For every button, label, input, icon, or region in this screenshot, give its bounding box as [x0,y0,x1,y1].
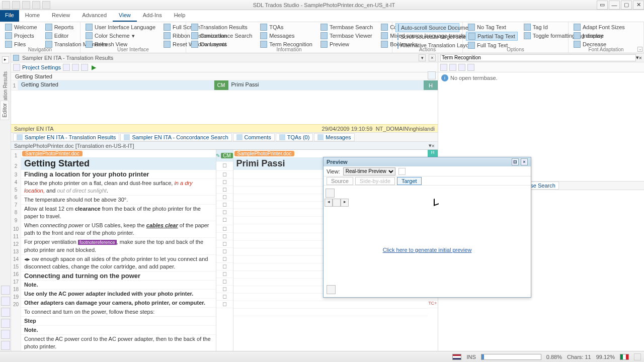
tab-comments[interactable]: Comments [233,133,275,141]
menu-view[interactable]: View [113,10,137,22]
info-tr[interactable]: Translation Results [189,23,254,31]
source-segment[interactable]: Connecting and turning on the power [21,272,216,281]
no-tag[interactable]: No Tag Text [466,23,518,31]
qat-undo-icon[interactable] [12,1,20,9]
source-segment[interactable]: For proper ventilation footnotereference… [21,238,216,255]
status-cell: ◻ [216,216,233,225]
info-concord[interactable]: Concordance Search [189,32,254,40]
navicon-3[interactable] [1,308,10,317]
source-segment[interactable]: Other adapters can damage your camera, p… [21,299,216,308]
doc-close-icon[interactable]: × [432,143,435,149]
source-segment[interactable]: Allow at least 12 cm clearance from the … [21,205,216,221]
source-segment[interactable]: Note. [21,281,216,290]
pv-top-icon[interactable] [326,189,335,198]
term-t4-icon[interactable] [467,64,474,71]
preview-tab-sbs[interactable]: Side-by-side [355,177,395,185]
maximize-button[interactable]: ▢ [621,1,632,10]
scroll-sel[interactable]: Scroll source to target selection [395,33,459,41]
menu-file[interactable]: File [0,10,19,22]
qat-redo-icon[interactable] [22,1,30,9]
tm-row[interactable]: 1 Getting Started CM Primi Passi H [11,80,438,90]
color-scheme[interactable]: Color Scheme ▾ [84,32,157,40]
go-arrow-icon[interactable]: ▶ [90,64,97,71]
qat-save-icon[interactable] [2,1,10,9]
target-segment[interactable] [233,301,428,309]
editor-side-tab[interactable]: Editor [0,101,9,120]
status-end-icon[interactable] [634,353,641,360]
adapt-fonts[interactable]: Adapt Font Sizes [572,23,640,31]
projset-icon[interactable] [13,64,20,71]
source-segment[interactable]: When connecting power or USB cables, kee… [21,221,216,238]
navicon-1[interactable] [1,286,10,295]
term-t2-icon[interactable] [449,64,456,71]
ui-language[interactable]: User Interface Language [84,23,157,31]
project-settings[interactable]: Project Settings [22,64,61,70]
font-inc[interactable]: Increase [572,32,640,40]
preview-view-select[interactable]: Real-time Preview [343,167,395,175]
term-t1-icon[interactable] [440,64,447,71]
info-tbsearch[interactable]: Termbase Search [318,23,375,31]
pv-mid-icon[interactable] [333,199,341,207]
preview-close-icon[interactable]: × [521,158,528,165]
term-close-icon[interactable]: × [639,55,642,61]
navicon-5[interactable] [1,330,10,339]
preview-generate-link[interactable]: Click here to generate initial preview [324,247,531,253]
flag-source-icon[interactable] [452,354,461,360]
source-segment[interactable]: Note. [21,326,216,335]
document-tab[interactable]: SamplePhotoPrinter.doc [Translation en-U… [11,142,438,150]
menu-advanced[interactable]: Advanced [76,10,113,22]
info-tbview[interactable]: Termbase Viewer [318,32,375,40]
source-segment[interactable]: The temperature should not be above 30°. [21,196,216,205]
close-button[interactable]: ✕ [633,1,644,10]
info-tqa[interactable]: TQAs [258,23,314,31]
tab-msgs[interactable]: Messages [314,133,354,141]
menu-review[interactable]: Review [46,10,76,22]
auto-scroll[interactable]: Auto-scroll Source Document [395,23,459,32]
ribbon-toggle-icon[interactable]: ▭ [597,1,608,10]
term-recognition-field[interactable] [440,54,636,61]
tb2-icon[interactable] [72,64,79,71]
term-t3-icon[interactable] [458,64,465,71]
dropdown-icon[interactable]: ▾ [419,54,426,61]
tm-corner-icon[interactable] [428,71,436,79]
tb3-icon[interactable] [81,64,88,71]
nav-welcome[interactable]: Welcome [3,23,39,31]
source-segment[interactable]: ◂▸ ow enough space on all sides of the p… [21,255,216,272]
source-segment[interactable]: Step [21,317,216,326]
info-msgs[interactable]: Messages [258,32,314,40]
expand-left-icon[interactable]: ▸ [2,56,9,63]
preview-pin-icon[interactable]: ⊟ [512,158,519,165]
source-segment[interactable]: Finding a location for your photo printe… [21,170,216,179]
preview-tab-target[interactable]: Target [397,177,422,185]
tab-conc[interactable]: Sampler EN ITA - Concordance Search [120,133,231,141]
pv-next-icon[interactable]: ▸ [341,199,349,207]
tab-tr[interactable]: Sampler EN ITA - Translation Results [13,133,119,141]
preview-tab-source[interactable]: Source [327,177,353,185]
nav-projects[interactable]: Projects [3,32,39,40]
target-segment[interactable] [233,309,428,316]
qat-print-icon[interactable] [32,1,40,9]
source-segment[interactable]: Use only the AC power adapter included w… [21,290,216,299]
qat-more-icon[interactable] [42,1,50,9]
line-number: 17 [11,278,21,286]
menu-home[interactable]: Home [19,10,46,22]
preview-refresh-icon[interactable] [398,168,406,175]
menu-addins[interactable]: Add-Ins [137,10,168,22]
navicon-4[interactable] [1,319,10,328]
tb1-icon[interactable] [63,64,70,71]
source-segment[interactable]: Connect the AC power cord to the AC powe… [21,335,216,351]
minimize-button[interactable]: — [609,1,620,10]
ribbon-expand-icon[interactable]: ⌄ [637,47,642,52]
pv-prev-icon[interactable]: ◂ [325,199,333,207]
source-segment[interactable]: Place the photo printer on a flat, clean… [21,179,216,196]
source-segment[interactable]: Getting Started [21,157,216,170]
pv-corner-icon[interactable] [327,285,336,294]
tab-tqa[interactable]: TQAs (0) [276,133,313,141]
navicon-2[interactable] [1,297,10,306]
navicon-6[interactable] [1,341,10,350]
flag-target-icon[interactable] [620,354,629,360]
close-tm-icon[interactable]: × [429,54,436,61]
menu-help[interactable]: Help [168,10,192,22]
partial-tag[interactable]: Partial Tag Text [466,32,518,41]
source-segment[interactable]: To connect and turn on the power, follow… [21,308,216,317]
